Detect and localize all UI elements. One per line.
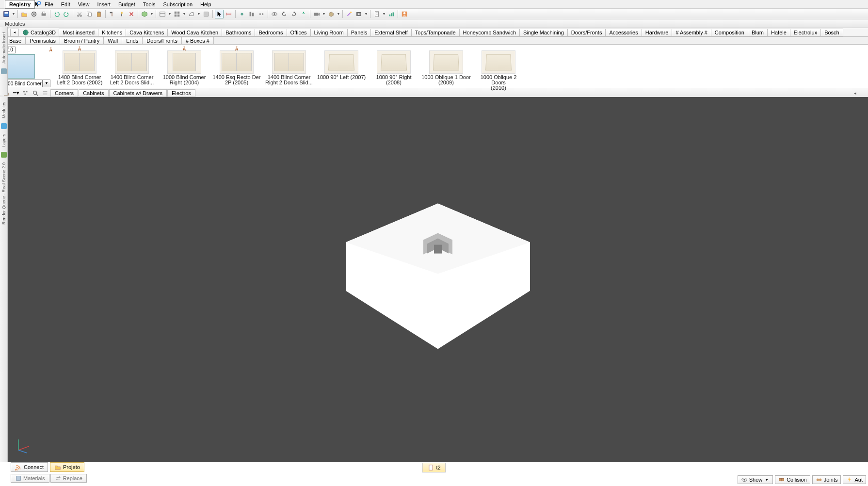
list-icon[interactable]	[41, 89, 49, 97]
cat-tab[interactable]: Doors/Fronts	[567, 29, 606, 36]
align-icon[interactable]	[247, 10, 256, 18]
cat-tab[interactable]: Wood Cava Kitchen	[167, 29, 222, 36]
chart-icon[interactable]	[387, 10, 396, 18]
subcat-tab[interactable]: Base	[5, 37, 26, 45]
shape-icon[interactable]	[187, 10, 196, 18]
copy-icon[interactable]	[85, 10, 94, 18]
show-button[interactable]: Show ▼	[738, 475, 773, 484]
subcat-tab[interactable]: # Boxes #	[181, 37, 214, 45]
cat-tab[interactable]: Accessories	[605, 29, 642, 36]
t2-tab[interactable]: t2	[422, 463, 446, 472]
subcat-tab[interactable]: Peninsulas	[25, 37, 60, 45]
menu-view[interactable]: View	[74, 0, 94, 8]
cat-tab[interactable]: # Assembly #	[672, 29, 711, 36]
tree-icon[interactable]	[21, 89, 30, 97]
wand-icon[interactable]	[345, 10, 354, 18]
cat-tab[interactable]: Bathrooms	[222, 29, 255, 36]
box-dropdown[interactable]: ▼	[337, 10, 340, 18]
menu-registry[interactable]: Registry	[5, 0, 35, 9]
collapse-gallery-button[interactable]: ◂	[854, 91, 856, 96]
cube-icon[interactable]	[140, 10, 149, 18]
window-dropdown[interactable]: ▼	[168, 10, 172, 18]
cat-tab[interactable]: Tops/Tamponade	[411, 29, 460, 36]
subcat-tab[interactable]: Wall	[103, 37, 122, 45]
user-icon[interactable]	[400, 10, 409, 18]
room-model[interactable]	[341, 199, 535, 354]
cat-tab[interactable]: Living Room	[310, 29, 348, 36]
window-icon[interactable]	[158, 10, 167, 18]
category-back-button[interactable]: ◂	[10, 29, 19, 36]
redo-icon[interactable]	[62, 10, 71, 18]
panel-icon[interactable]	[202, 10, 210, 18]
menu-tools[interactable]: Tools	[139, 0, 160, 8]
side-icon[interactable]	[1, 152, 7, 158]
menu-insert[interactable]: Insert	[93, 0, 114, 8]
module-item[interactable]: 1400 Blind CornerRight 2 Doors Slid...	[263, 46, 315, 86]
cat-tab[interactable]: Bosch	[820, 29, 843, 36]
grid-dropdown[interactable]: ▼	[182, 10, 186, 18]
cat-tab[interactable]: Panels	[347, 29, 371, 36]
side-tab-modules[interactable]: Modules	[1, 99, 7, 121]
delete-icon[interactable]	[127, 10, 136, 18]
search-icon[interactable]	[31, 89, 40, 97]
measure-icon[interactable]	[225, 10, 233, 18]
selected-module-dropdown[interactable]: ▼	[43, 80, 50, 87]
gear-icon[interactable]	[30, 10, 38, 18]
eye-icon[interactable]	[270, 10, 279, 18]
filter-tab[interactable]: Corners	[50, 89, 78, 97]
menu-subscription[interactable]: Subscription	[159, 0, 196, 8]
module-item[interactable]: 1000 90° Right(2008)	[368, 46, 420, 86]
undo-icon[interactable]	[52, 10, 61, 18]
report-icon[interactable]	[372, 10, 381, 18]
subcat-tab[interactable]: Doors/Fronts	[142, 37, 182, 45]
connect-tab[interactable]: Connect	[11, 462, 48, 472]
module-item[interactable]: Ā 1400 Blind CornerLeft 2 Doors (2002)	[53, 46, 106, 86]
pointer-icon[interactable]	[215, 10, 224, 18]
nav-icon[interactable]	[299, 10, 308, 18]
menu-file[interactable]: File	[41, 0, 57, 8]
filter-tab[interactable]: Cabinets w/ Drawers	[109, 89, 167, 97]
side-icon[interactable]	[1, 123, 7, 129]
side-tab-render[interactable]: Render Queue · Real Scene 2.0	[1, 160, 7, 227]
materials-tab[interactable]: Materials	[11, 474, 49, 483]
module-item[interactable]: 1000 90° Left (2007)	[315, 46, 368, 81]
filter-dropdown[interactable]: ━▾	[12, 89, 20, 97]
module-item[interactable]: 1000 Oblique 1 Door(2009)	[420, 46, 472, 86]
subcat-tab[interactable]: Ends	[122, 37, 143, 45]
aut-button[interactable]: Aut	[843, 475, 866, 484]
cat-tab[interactable]: Cava Kitchens	[126, 29, 168, 36]
distribute-icon[interactable]	[257, 10, 266, 18]
save-icon[interactable]	[2, 10, 11, 18]
info-icon[interactable]	[117, 10, 126, 18]
print-icon[interactable]	[39, 10, 48, 18]
camera-icon[interactable]	[312, 10, 321, 18]
cat-tab[interactable]: Offices	[287, 29, 311, 36]
side-icon[interactable]	[1, 68, 7, 74]
menu-help[interactable]: Help	[196, 0, 215, 8]
rotate-right-icon[interactable]	[289, 10, 298, 18]
joints-button[interactable]: Joints	[812, 475, 841, 484]
paste-icon[interactable]	[95, 10, 103, 18]
cat-tab[interactable]: Electrolux	[790, 29, 821, 36]
menu-budget[interactable]: Budget	[114, 0, 139, 8]
viewport-3d[interactable]	[8, 97, 868, 462]
subcat-tab[interactable]: Broom / Pantry	[60, 37, 104, 45]
cat-tab[interactable]: Most inserted	[59, 29, 98, 36]
cut-icon[interactable]	[75, 10, 84, 18]
box-icon[interactable]	[327, 10, 336, 18]
cat-tab[interactable]: Blum	[748, 29, 768, 36]
open-icon[interactable]	[20, 10, 29, 18]
module-item[interactable]: Ā 1000 Blind CornerRight (2004)	[158, 46, 210, 86]
cat-tab[interactable]: Bedrooms	[255, 29, 287, 36]
cat-tab[interactable]: External Shelf	[370, 29, 411, 36]
cat-tab[interactable]: Composition	[711, 29, 748, 36]
replace-tab[interactable]: Replace	[50, 474, 87, 483]
side-tab-layers[interactable]: Layers	[1, 131, 7, 150]
cat-tab[interactable]: Hardware	[642, 29, 673, 36]
render-icon[interactable]	[354, 10, 363, 18]
cat-tab[interactable]: Honeycomb Sandwich	[459, 29, 520, 36]
cat-tab[interactable]: Kitchens	[98, 29, 126, 36]
filter-tab[interactable]: Electros	[167, 89, 195, 97]
module-item[interactable]: 1000 Oblique 2 Doors(2010)	[472, 46, 525, 92]
module-item[interactable]: Ā 1400 Esq Recto Der2P (2005)	[210, 46, 263, 86]
